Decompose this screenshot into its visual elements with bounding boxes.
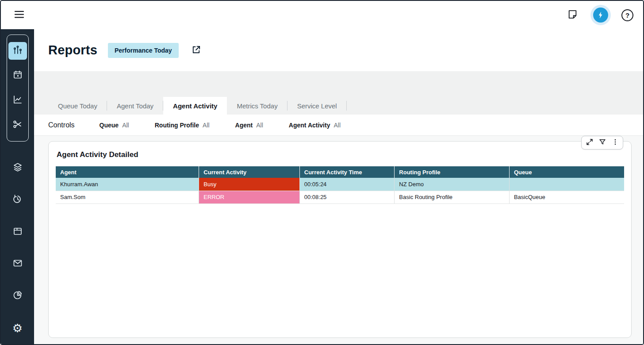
performance-today-badge[interactable]: Performance Today (108, 43, 179, 58)
menu-button[interactable] (12, 7, 27, 23)
sidebar-item-settings[interactable]: ⚙ (8, 320, 27, 337)
topbar: ? (1, 1, 643, 29)
kebab-menu-icon (611, 138, 619, 147)
sidebar-item-mail[interactable] (8, 256, 27, 272)
controls-filters: QueueAllRouting ProfileAllAgentAllAgent … (100, 122, 341, 129)
pie-chart-icon (12, 290, 23, 302)
agent-cell: Sam.Som (56, 191, 199, 203)
activity-time-cell: 00:08:25 (299, 191, 395, 203)
filter-label: Agent Activity (289, 122, 330, 129)
funnel-icon (598, 138, 606, 147)
sidebar-item-custom-reports[interactable] (8, 116, 27, 134)
sidebar: ⚙ (1, 29, 34, 344)
column-header-queue: Queue (509, 166, 624, 178)
filter-value: All (334, 122, 341, 129)
controls-title: Controls (48, 121, 75, 129)
agent-activity-card: Agent Activity Detailed AgentCurrent Act… (48, 141, 632, 338)
tab-service-level[interactable]: Service Level (288, 97, 347, 115)
filter-value: All (256, 122, 263, 129)
history-clock-icon (12, 194, 23, 206)
sidebar-item-pie-reports[interactable] (8, 288, 27, 304)
filter-agent[interactable]: AgentAll (235, 122, 263, 129)
mail-icon (12, 258, 23, 270)
filter-value: All (203, 122, 210, 129)
expand-button[interactable] (583, 137, 595, 148)
line-chart-icon (12, 94, 23, 107)
app-body: ⚙ Reports Performance Today (1, 29, 643, 344)
more-options-button[interactable] (609, 137, 621, 148)
tab-queue-today[interactable]: Queue Today (48, 97, 107, 115)
content-area: Agent Activity Detailed AgentCurrent Act… (34, 136, 643, 344)
controls-row: Controls QueueAllRouting ProfileAllAgent… (34, 115, 643, 136)
open-external-button[interactable] (189, 43, 203, 58)
sidebar-item-history[interactable] (8, 192, 27, 208)
queue-cell (509, 178, 624, 191)
column-header-current-activity: Current Activity (199, 166, 299, 178)
app-window: ? (0, 0, 644, 345)
agent-activity-table: AgentCurrent ActivityCurrent Activity Ti… (56, 166, 624, 204)
column-header-current-activity-time: Current Activity Time (299, 166, 395, 178)
routing-profile-cell: NZ Demo (395, 178, 510, 191)
sidebar-item-scheduled-reports[interactable] (8, 67, 27, 84)
scissors-icon (12, 119, 23, 131)
bar-chart-icon (12, 45, 23, 57)
filter-value: All (122, 122, 129, 129)
agent-cell: Khurram.Awan (56, 178, 199, 191)
topbar-actions: ? (565, 5, 633, 25)
help-icon: ? (621, 9, 633, 21)
hamburger-icon (13, 8, 25, 22)
notes-button[interactable] (565, 7, 580, 23)
tab-agent-activity[interactable]: Agent Activity (163, 97, 227, 115)
filter-label: Routing Profile (155, 122, 199, 129)
help-button[interactable]: ? (621, 9, 633, 21)
sidebar-item-dashboard[interactable] (8, 224, 27, 241)
filter-routing-profile[interactable]: Routing ProfileAll (155, 122, 210, 129)
notepad-icon (567, 9, 578, 21)
expand-icon (586, 138, 594, 147)
filter-label: Agent (235, 122, 253, 129)
routing-profile-cell: Basic Routing Profile (395, 191, 510, 203)
external-link-icon (191, 45, 201, 56)
column-header-routing-profile: Routing Profile (395, 166, 510, 178)
filter-label: Queue (100, 122, 119, 129)
main-content: Reports Performance Today Queue TodayAge… (34, 29, 643, 344)
tab-agent-today[interactable]: Agent Today (107, 97, 163, 115)
card-toolbar (581, 136, 623, 150)
sidebar-metrics-group (7, 34, 29, 142)
activity-time-cell: 00:05:24 (299, 178, 395, 191)
sidebar-item-historical-metrics[interactable] (8, 92, 27, 109)
table-row: Sam.SomERROR00:08:25Basic Routing Profil… (56, 191, 624, 203)
filter-queue[interactable]: QueueAll (100, 122, 129, 129)
assistant-button[interactable] (590, 5, 611, 25)
assistant-halo (590, 5, 611, 25)
layers-icon (12, 162, 23, 174)
sidebar-item-layers[interactable] (8, 160, 27, 176)
card-title: Agent Activity Detailed (57, 150, 624, 159)
filter-agent-activity[interactable]: Agent ActivityAll (289, 122, 341, 129)
gear-icon: ⚙ (12, 322, 23, 334)
calendar-icon (12, 69, 23, 82)
activity-cell: ERROR (199, 191, 299, 203)
sidebar-item-realtime-metrics[interactable] (8, 42, 27, 60)
lightning-icon (593, 8, 608, 23)
tab-bar: Queue TodayAgent TodayAgent ActivityMetr… (48, 97, 643, 115)
table-header-row: AgentCurrent ActivityCurrent Activity Ti… (56, 166, 624, 178)
page-header: Reports Performance Today (34, 29, 643, 71)
column-header-agent: Agent (56, 166, 199, 178)
tab-metrics-today[interactable]: Metrics Today (227, 97, 287, 115)
window-icon (12, 226, 23, 238)
table-row: Khurram.AwanBusy00:05:24NZ Demo (56, 178, 624, 191)
queue-cell: BasicQueue (509, 191, 624, 203)
filter-button[interactable] (596, 137, 608, 148)
table-body: Khurram.AwanBusy00:05:24NZ DemoSam.SomER… (56, 178, 624, 203)
activity-cell: Busy (199, 178, 299, 191)
page-title: Reports (48, 43, 97, 58)
tabs-strip: Queue TodayAgent TodayAgent ActivityMetr… (34, 71, 643, 115)
